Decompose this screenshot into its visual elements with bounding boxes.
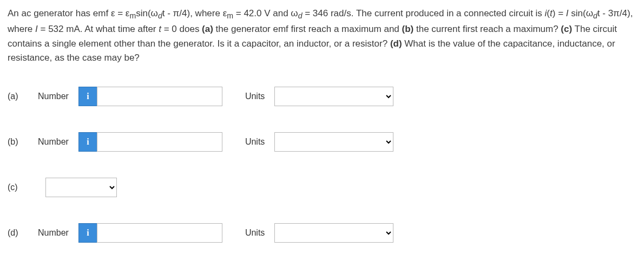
part-label-d: (d) xyxy=(8,226,38,240)
number-label: Number xyxy=(38,90,69,103)
number-input-b[interactable] xyxy=(97,132,222,152)
units-select-b[interactable] xyxy=(274,132,393,152)
units-label: Units xyxy=(245,90,265,103)
number-label: Number xyxy=(38,226,69,240)
answer-row-c: (c) xyxy=(8,178,636,197)
part-label-a: (a) xyxy=(8,90,38,103)
number-input-a[interactable] xyxy=(97,87,222,106)
answer-row-b: (b) Number i Units xyxy=(8,132,636,152)
element-select-c[interactable] xyxy=(45,178,117,197)
units-select-a[interactable] xyxy=(274,87,393,106)
answer-row-a: (a) Number i Units xyxy=(8,87,636,106)
answer-row-d: (d) Number i Units xyxy=(8,223,636,243)
info-icon[interactable]: i xyxy=(78,223,97,243)
number-input-d[interactable] xyxy=(97,223,222,243)
part-label-b: (b) xyxy=(8,135,38,149)
units-select-d[interactable] xyxy=(274,223,393,243)
units-label: Units xyxy=(245,226,265,240)
number-label: Number xyxy=(38,135,69,149)
part-label-c: (c) xyxy=(8,181,38,194)
info-icon[interactable]: i xyxy=(78,87,97,106)
units-label: Units xyxy=(245,135,265,149)
info-icon[interactable]: i xyxy=(78,132,97,152)
question-text: An ac generator has emf ε = εmsin(ωdt - … xyxy=(8,6,636,65)
